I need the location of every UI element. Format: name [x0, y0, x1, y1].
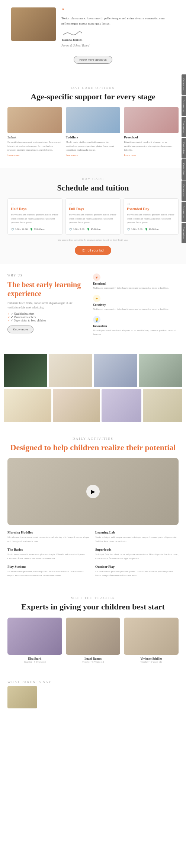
- half-day-title: Half Days: [11, 207, 59, 211]
- customizer-btn-7[interactable]: Customizer: [182, 202, 186, 222]
- teacher-card-2: Imani Ramos Teacher · 5 Years old: [66, 618, 121, 663]
- why-feature-emotional: ♥ Emotional Nulla and community, dolorba…: [93, 273, 179, 290]
- extended-day-time: 🕗 8:00 - 5:30: [127, 228, 142, 231]
- daily-label: DAILY ACTIVITIES: [7, 437, 179, 441]
- customizer-btn-8[interactable]: Customizer: [182, 223, 186, 243]
- teacher-3-role: Teacher · 5 Years old: [124, 660, 179, 663]
- signature-name: Yolanda Jenkins: [61, 38, 175, 42]
- preschool-title: Preschool: [124, 135, 179, 139]
- photo-row-1: [4, 354, 182, 387]
- age-card-infant: Infant Eu vestibulum praesent pretium pl…: [7, 107, 62, 157]
- full-day-title: Full Days: [69, 207, 117, 211]
- know-more-button[interactable]: Know more about us: [74, 56, 112, 64]
- activity-grid: Morning Huddles Nhra lorem ipsum dolor a…: [7, 531, 179, 577]
- toddler-description: Morbi porta nisi hendrerit aliquam eu. A…: [66, 140, 121, 152]
- enroll-button[interactable]: Enroll your kid: [75, 246, 111, 255]
- teachers-section: MEET THE TEACHER Experts in giving your …: [0, 587, 186, 672]
- teacher-cards-row: Elsa Stark Teacher · 5 Years old Imani R…: [7, 618, 179, 663]
- why-feature-creativity: ✦ Creativity Nulla and community, dolorb…: [93, 295, 179, 311]
- teacher-card-1: Elsa Stark Teacher · 5 Years old: [7, 618, 62, 663]
- why-section: WHY US The best early learning experienc…: [0, 264, 186, 350]
- parent-say-section: WHAT PARENTS SAY: [0, 673, 186, 716]
- teacher-2-name: Imani Ramos: [66, 657, 121, 660]
- photo-baby-winter: [94, 354, 137, 387]
- teachers-label: MEET THE TEACHER: [7, 596, 179, 600]
- innovation-title: Innovation: [93, 324, 179, 328]
- preschool-description: Blandit porta nisi hendrerit aliquam eu …: [124, 140, 179, 152]
- emotional-description: Nulla and community, dolorbas fermentum …: [93, 286, 179, 290]
- hero-quote-mark: ": [61, 7, 175, 14]
- emotional-title: Emotional: [93, 282, 179, 285]
- why-label: WHY US: [7, 273, 84, 278]
- full-day-price: 💲$5,200mo: [87, 228, 101, 231]
- why-left-panel: WHY US The best early learning experienc…: [7, 273, 84, 333]
- infant-description: Eu vestibulum praesent pretium platea. F…: [7, 140, 62, 152]
- activity-outdoor-play: Outdoor Play Eu vestibulum praesent pret…: [95, 565, 179, 577]
- schedule-card-half: 01 Half Days Eu vestibulum praesent pret…: [7, 198, 62, 235]
- parent-say-label: WHAT PARENTS SAY: [7, 680, 179, 684]
- superfoods-title: Superfoods: [95, 548, 179, 551]
- why-feature-item-1: ✓ Qualified teachers: [7, 312, 84, 316]
- signature-role: Parent & School Board: [61, 44, 175, 47]
- customizer-btn-2[interactable]: Customizer: [182, 96, 186, 116]
- teacher-1-image: [7, 618, 62, 655]
- hero-image: [11, 7, 56, 41]
- schedule-title: Schedule and tuition: [7, 183, 179, 193]
- half-day-price: 💲$3,800mo: [30, 228, 44, 231]
- photo-bubbles: [49, 354, 92, 387]
- toddler-learn-more[interactable]: Learn more: [66, 154, 121, 157]
- activity-superfoods: Superfoods Volutpat felis tincidunt lacu…: [95, 548, 179, 560]
- outdoor-play-desc: Eu vestibulum praesent pretium platea. F…: [95, 570, 179, 577]
- age-section-label: DAY CARE OPTIONS: [7, 86, 179, 90]
- teacher-1-role: Teacher · 5 Years old: [7, 660, 62, 663]
- full-day-time: 🕗 8:00 - 2:30: [69, 228, 84, 231]
- infant-learn-more[interactable]: Learn more: [7, 154, 62, 157]
- photo-baby-crawl: [102, 389, 141, 422]
- extended-day-title: Extended Day: [127, 207, 175, 211]
- outdoor-play-title: Outdoor Play: [95, 565, 179, 568]
- activity-play-stations: Play Stations Eu vestibulum praesent pre…: [7, 565, 91, 577]
- toddler-image: [66, 107, 121, 133]
- customizer-btn-6[interactable]: Customizer: [182, 180, 186, 201]
- customizer-btn-3[interactable]: Customizer: [182, 117, 186, 137]
- creativity-title: Creativity: [93, 303, 179, 307]
- play-stations-title: Play Stations: [7, 565, 91, 568]
- toddler-title: Toddlers: [66, 135, 121, 139]
- schedule-section: DAY CARE Schedule and tuition 01 Half Da…: [0, 168, 186, 264]
- preschool-image: [124, 107, 179, 133]
- teacher-3-image: [124, 618, 179, 655]
- customizer-btn-4[interactable]: Customizer: [182, 138, 186, 158]
- why-right-panel: ♥ Emotional Nulla and community, dolorba…: [93, 273, 179, 341]
- daily-title: Designed to help children realize their …: [7, 443, 179, 452]
- customizer-btn-5[interactable]: Customizer: [182, 159, 186, 180]
- play-stations-desc: Eu vestibulum praesent pretium platea. F…: [7, 570, 91, 577]
- activity-main-image: ▶: [7, 458, 179, 525]
- preschool-learn-more[interactable]: Learn more: [124, 154, 179, 157]
- customizer-sidebar[interactable]: Customizer Customizer Customizer Customi…: [182, 74, 186, 243]
- half-day-time: 🕗 8:00 - 12:00: [11, 228, 28, 231]
- photo-girl-blonde: [143, 389, 182, 422]
- basics-desc: Proin in neque velit, maecenas pharetra …: [7, 552, 91, 560]
- why-know-more-button[interactable]: Know more: [7, 326, 33, 333]
- why-feature-innovation: 💡 Innovation Blandit porta nisi hendreri…: [93, 316, 179, 337]
- age-cards-row: Infant Eu vestibulum praesent pretium pl…: [7, 107, 179, 157]
- schedule-note: We accept kids ages 2 to 5; program pric…: [7, 238, 179, 241]
- age-card-toddler: Toddlers Morbi porta nisi hendrerit aliq…: [66, 107, 121, 157]
- why-description: Parturient fusce morbi, auctor lorem ali…: [7, 301, 84, 310]
- heart-icon: ♥: [93, 273, 100, 281]
- extended-day-price-row: 🕗 8:00 - 5:30 💲$6,800mo: [127, 228, 175, 231]
- extended-day-num: 03: [127, 202, 175, 206]
- activity-the-basics: The Basics Proin in neque velit, maecena…: [7, 548, 91, 560]
- age-card-preschool: Preschool Blandit porta nisi hendrerit a…: [124, 107, 179, 157]
- customizer-btn-1[interactable]: Customizer: [182, 74, 186, 95]
- teachers-title: Experts in giving your children best sta…: [7, 602, 179, 612]
- why-feature-item-3: ✓ Supervision to keep children: [7, 319, 84, 322]
- schedule-card-extended: 03 Extended Day Eu vestibulum praesent p…: [124, 198, 179, 235]
- parent-image: [7, 686, 37, 708]
- morning-huddles-title: Morning Huddles: [7, 531, 91, 534]
- teacher-1-name: Elsa Stark: [7, 657, 62, 660]
- play-button[interactable]: ▶: [86, 485, 100, 498]
- infant-image: [7, 107, 62, 133]
- hero-row: " Tortor platea nunc lorem morbi pellent…: [11, 7, 175, 47]
- signature-svg: [61, 29, 84, 37]
